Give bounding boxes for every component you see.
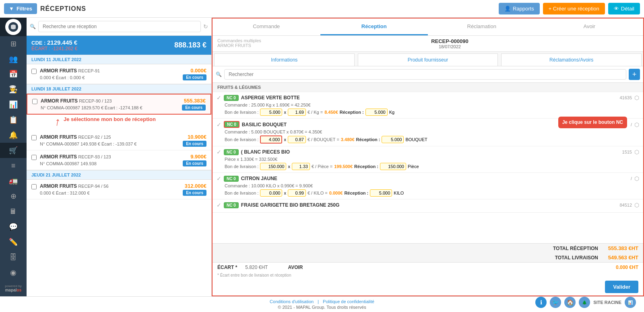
sidebar-item-circle[interactable]: ◉ bbox=[0, 265, 27, 280]
ecart-note: * Écart entre bon de livraison et récept… bbox=[213, 272, 643, 278]
qty-input-2[interactable] bbox=[260, 135, 282, 144]
total-reception-value: 555.383 €HT bbox=[606, 245, 638, 251]
top-bar: ▼ Filtres RÉCEPTIONS 👤 Rapports + Créer … bbox=[0, 0, 644, 18]
item-checkbox[interactable] bbox=[31, 184, 37, 189]
unit-label-2: € / BOUQUET = bbox=[308, 137, 339, 142]
tree-icon[interactable]: 🌲 bbox=[579, 297, 590, 308]
sidebar-item-chef[interactable]: 👨‍🍳 bbox=[0, 82, 27, 97]
qty-input-1[interactable] bbox=[260, 109, 282, 116]
create-reception-button[interactable]: + Créer une réception bbox=[543, 3, 605, 14]
bird-icon[interactable]: 🐦 bbox=[550, 297, 561, 308]
subtab-reclamations[interactable]: Réclamations/Avoirs bbox=[501, 53, 642, 66]
calendar-icon: 📅 bbox=[9, 70, 18, 78]
valider-row: Valider bbox=[213, 278, 643, 296]
item-checkbox[interactable] bbox=[31, 69, 37, 74]
subtab-produit[interactable]: Produit fournisseur bbox=[358, 53, 498, 66]
refresh-icon[interactable]: ↻ bbox=[203, 23, 208, 30]
reception-qty-1[interactable] bbox=[365, 109, 388, 116]
item-checkbox[interactable] bbox=[32, 99, 37, 104]
reception-qty-4[interactable] bbox=[370, 189, 392, 197]
chart-footer-icon[interactable]: 📊 bbox=[625, 297, 636, 308]
product-item-asperge: ✓ NC 0 ASPERGE VERTE BOTTE 41635 ⬡ Comma… bbox=[213, 92, 643, 119]
nc-annotation-bubble: Je clique sur le bouton NC bbox=[558, 117, 627, 128]
reception-item[interactable]: ARMOR FRUITS RECEP-93 / 123 9.900€ N° CO… bbox=[27, 150, 211, 170]
detail-button[interactable]: 👁 Détail bbox=[608, 3, 640, 14]
reception-qty-2[interactable] bbox=[382, 136, 404, 143]
sidebar-item-calculator[interactable]: 🖩 bbox=[0, 204, 27, 219]
sidebar-item-clipboard[interactable]: 📋 bbox=[0, 112, 27, 127]
item-checkbox[interactable] bbox=[31, 135, 37, 140]
sidebar-item-layers[interactable]: ≡ bbox=[0, 158, 27, 173]
sidebar-item-stack[interactable]: ⊕ bbox=[0, 189, 27, 204]
product-code-4: / bbox=[631, 176, 632, 181]
share-icon-3[interactable]: ⬡ bbox=[634, 149, 639, 155]
reception-qty-3[interactable] bbox=[380, 163, 406, 170]
sidebar-item-home[interactable]: ⊞ bbox=[0, 36, 27, 51]
total-value: 888.183 € bbox=[174, 41, 206, 49]
reception-unit-3: Pièce bbox=[408, 164, 419, 169]
filter-button[interactable]: ▼ Filtres bbox=[4, 3, 37, 14]
qty-input-3[interactable] bbox=[260, 163, 286, 170]
sidebar-item-pen[interactable]: ✏️ bbox=[0, 234, 27, 250]
multiply-3: x bbox=[288, 164, 290, 169]
cde-value: 2129.445 € bbox=[47, 39, 77, 46]
chef-icon: 👨‍🍳 bbox=[9, 85, 18, 94]
status-badge: En cours bbox=[183, 190, 206, 196]
total-reception-row: TOTAL RÉCEPTION 555.383 €HT bbox=[213, 244, 643, 253]
valider-button[interactable]: Valider bbox=[605, 281, 638, 293]
subtab-informations[interactable]: Informations bbox=[214, 53, 355, 66]
qty-input-4[interactable] bbox=[260, 189, 282, 197]
reception-item[interactable]: ARMOR FRUITS RECEP-91 0.000€ 0.000 € Éca… bbox=[27, 64, 211, 84]
rapports-button[interactable]: 👤 Rapports bbox=[499, 3, 540, 14]
sidebar-item-calendar[interactable]: 📅 bbox=[0, 67, 27, 82]
share-icon-5[interactable]: ⬡ bbox=[634, 202, 639, 208]
sidebar-item-cart[interactable]: 🛒 bbox=[0, 143, 27, 158]
sidebar-item-analytics[interactable]: 📊 bbox=[0, 97, 27, 112]
sidebar-item-users[interactable]: 👥 bbox=[0, 51, 27, 67]
add-product-button[interactable]: + bbox=[629, 69, 640, 80]
tab-commande[interactable]: Commande bbox=[213, 18, 320, 35]
status-badge: En cours bbox=[183, 141, 206, 147]
price-input-1[interactable] bbox=[288, 109, 306, 116]
share-icon-2[interactable]: ⬡ bbox=[634, 121, 639, 128]
product-search-input[interactable] bbox=[224, 69, 626, 80]
sidebar-item-bell[interactable]: 🔔 bbox=[0, 127, 27, 143]
price-input-4[interactable] bbox=[288, 189, 306, 197]
search-input[interactable] bbox=[38, 21, 201, 32]
search-area: 🔍 ↻ bbox=[27, 18, 211, 36]
share-icon-1[interactable]: ⬡ bbox=[634, 94, 639, 101]
sidebar-item-database[interactable]: 🗄 bbox=[0, 250, 27, 265]
supplier-name: ARMOR FRUITS bbox=[217, 43, 261, 48]
product-commande-2: Commande : 5.000 BOUQUET x 0.870€ = 4.35… bbox=[217, 129, 639, 134]
footer-link-politique[interactable]: Politique de confidentialité bbox=[323, 299, 374, 304]
item-checkbox[interactable] bbox=[31, 155, 37, 160]
nc-badge-3[interactable]: NC 0 bbox=[224, 149, 239, 155]
filter-label: Filtres bbox=[17, 6, 32, 12]
site-label: SITE RACINE bbox=[593, 300, 621, 305]
sidebar-item-chat[interactable]: 💬 bbox=[0, 219, 27, 234]
tab-avoir[interactable]: Avoir bbox=[536, 18, 644, 35]
product-name-3: ( BLANC PIECES BIO bbox=[241, 149, 620, 155]
home-icon[interactable]: 🏠 bbox=[564, 297, 576, 308]
price-input-3[interactable] bbox=[292, 163, 310, 170]
info-icon[interactable]: ℹ bbox=[535, 297, 547, 308]
tab-reception[interactable]: Réception bbox=[320, 18, 428, 35]
tab-reclamation[interactable]: Réclamation bbox=[428, 18, 536, 35]
share-icon-4[interactable]: ⬡ bbox=[634, 175, 639, 182]
price-input-2[interactable] bbox=[288, 136, 306, 143]
calculator-icon: 🖩 bbox=[10, 207, 17, 216]
reception-item[interactable]: ARMOR FRUITS RECEP-94 / 56 312.000€ 0.00… bbox=[27, 180, 211, 199]
date-header-1: LUNDI 11 JUILLET 2022 bbox=[27, 55, 211, 64]
nc-badge-4[interactable]: NC 0 bbox=[224, 176, 239, 182]
reception-item[interactable]: ARMOR FRUITS RECEP-92 / 125 10.900€ N° C… bbox=[27, 131, 211, 150]
product-item-fraise: ✓ NC 0 FRAISE GARIGETTE BIO BRETAGNE 250… bbox=[213, 199, 643, 213]
unit-label-4: € / KILO = bbox=[308, 191, 328, 195]
nc-badge-5[interactable]: NC 0 bbox=[224, 202, 239, 208]
footer-separator: | bbox=[318, 299, 319, 304]
reception-item-selected[interactable]: ARMOR FRUITS RECEP-90 / 123 555.383€ N° … bbox=[27, 94, 211, 115]
nc-badge-1[interactable]: NC 0 bbox=[224, 95, 239, 101]
footer-link-conditions[interactable]: Conditions d'utilisation bbox=[270, 299, 314, 304]
total-reception-label: TOTAL RÉCEPTION bbox=[553, 246, 598, 251]
sidebar-item-truck[interactable]: 🚛 bbox=[0, 173, 27, 189]
nc-badge-2[interactable]: NC 0 bbox=[224, 121, 239, 128]
